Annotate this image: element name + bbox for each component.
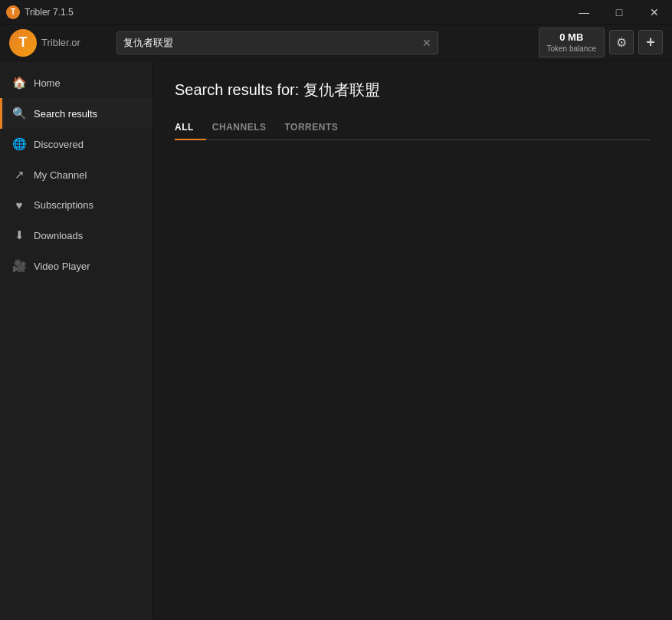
token-label: Token balance bbox=[547, 44, 597, 54]
search-input[interactable] bbox=[123, 37, 422, 48]
sidebar-item-discovered-label: Discovered bbox=[34, 139, 84, 150]
topbar: T Tribler.or ✕ 0 MB Token balance ⚙ + bbox=[0, 25, 672, 61]
titlebar: T Tribler 7.1.5 — □ ✕ bbox=[0, 0, 672, 25]
titlebar-title: Tribler 7.1.5 bbox=[25, 7, 74, 18]
add-button[interactable]: + bbox=[638, 30, 663, 54]
video-icon: 🎥 bbox=[12, 259, 26, 273]
sidebar-item-video-player-label: Video Player bbox=[34, 261, 90, 272]
share-icon: ↗ bbox=[12, 168, 26, 182]
sidebar: 🏠 Home 🔍 Search results 🌐 Discovered ↗ M… bbox=[0, 61, 153, 620]
app-icon: T bbox=[9, 29, 37, 57]
titlebar-left: T Tribler 7.1.5 bbox=[6, 5, 74, 19]
logo-area: T Tribler.or bbox=[9, 29, 109, 57]
titlebar-controls: — □ ✕ bbox=[566, 0, 672, 25]
sidebar-item-home[interactable]: 🏠 Home bbox=[0, 67, 152, 98]
token-amount: 0 MB bbox=[547, 31, 597, 44]
main-layout: 🏠 Home 🔍 Search results 🌐 Discovered ↗ M… bbox=[0, 61, 672, 620]
tab-torrents[interactable]: TORRENTS bbox=[279, 116, 351, 140]
topbar-right: 0 MB Token balance ⚙ + bbox=[539, 28, 664, 58]
sidebar-item-search-results-label: Search results bbox=[34, 108, 97, 120]
search-bar[interactable]: ✕ bbox=[116, 31, 438, 54]
app-logo-letter: T bbox=[19, 34, 28, 51]
heading-prefix: Search results for: bbox=[175, 81, 303, 98]
globe-icon: 🌐 bbox=[12, 137, 26, 151]
tab-channels[interactable]: CHANNELS bbox=[206, 116, 279, 140]
search-icon: 🔍 bbox=[12, 107, 26, 120]
maximize-button[interactable]: □ bbox=[602, 0, 637, 25]
sidebar-item-discovered[interactable]: 🌐 Discovered bbox=[0, 129, 152, 159]
sidebar-item-home-label: Home bbox=[34, 77, 61, 89]
search-query: 复仇者联盟 bbox=[303, 81, 380, 98]
sidebar-item-downloads-label: Downloads bbox=[34, 230, 83, 241]
tab-all[interactable]: ALL bbox=[175, 116, 206, 140]
home-icon: 🏠 bbox=[12, 76, 26, 90]
search-clear-icon[interactable]: ✕ bbox=[422, 37, 431, 49]
content-area: Search results for: 复仇者联盟 ALL CHANNELS T… bbox=[153, 61, 672, 620]
close-button[interactable]: ✕ bbox=[637, 0, 672, 25]
app-logo-icon: T bbox=[6, 5, 20, 19]
sidebar-item-downloads[interactable]: ⬇ Downloads bbox=[0, 220, 152, 251]
settings-button[interactable]: ⚙ bbox=[609, 30, 634, 54]
sidebar-item-subscriptions[interactable]: ♥ Subscriptions bbox=[0, 190, 152, 220]
sidebar-item-video-player[interactable]: 🎥 Video Player bbox=[0, 251, 152, 281]
heart-icon: ♥ bbox=[12, 198, 26, 212]
download-icon: ⬇ bbox=[12, 228, 26, 242]
sidebar-item-my-channel-label: My Channel bbox=[34, 169, 87, 181]
tabs: ALL CHANNELS TORRENTS bbox=[175, 116, 651, 140]
token-balance: 0 MB Token balance bbox=[539, 28, 605, 58]
sidebar-item-my-channel[interactable]: ↗ My Channel bbox=[0, 159, 152, 190]
page-heading: Search results for: 复仇者联盟 bbox=[175, 80, 651, 100]
logo-text: Tribler.or bbox=[41, 37, 80, 48]
sidebar-item-search-results[interactable]: 🔍 Search results bbox=[0, 98, 152, 129]
minimize-button[interactable]: — bbox=[566, 0, 602, 25]
sidebar-item-subscriptions-label: Subscriptions bbox=[34, 199, 93, 211]
